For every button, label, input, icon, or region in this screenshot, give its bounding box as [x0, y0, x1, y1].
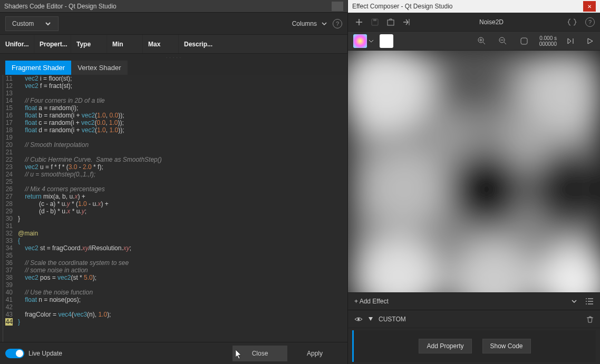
list-icon[interactable]: [585, 297, 594, 306]
tab-fragment-shader[interactable]: Fragment Shader: [5, 61, 71, 75]
preset-thumbnail-icon: [353, 34, 367, 48]
preview-viewport[interactable]: [348, 51, 600, 292]
property-headers: Unifor... Propert... Type Min Max Descri…: [0, 35, 347, 54]
svg-point-18: [357, 318, 360, 320]
expand-icon[interactable]: [368, 317, 373, 322]
show-code-button[interactable]: Show Code: [482, 339, 531, 353]
add-effect-row[interactable]: + Add Effect: [348, 292, 600, 310]
live-update-toggle[interactable]: [5, 349, 24, 358]
header-description[interactable]: Descrip...: [179, 35, 347, 53]
columns-label: Columns: [292, 20, 317, 27]
restart-icon[interactable]: [566, 36, 576, 46]
help-icon[interactable]: ?: [585, 17, 595, 27]
custom-dropdown[interactable]: Custom: [5, 16, 59, 31]
timer-seconds: 0.000 s: [539, 35, 557, 41]
add-icon[interactable]: [353, 16, 365, 28]
timer-display: 0.000 s 000000: [539, 35, 557, 47]
effect-name: CUSTOM: [379, 316, 406, 323]
apply-button-label: Apply: [307, 350, 323, 357]
timer-frames: 000000: [539, 41, 557, 47]
svg-rect-1: [373, 19, 376, 21]
svg-point-10: [363, 149, 444, 229]
live-update-label: Live Update: [28, 350, 62, 357]
visibility-icon[interactable]: [354, 316, 363, 322]
library-icon[interactable]: [385, 16, 396, 28]
svg-point-16: [504, 114, 555, 164]
code-braces-icon[interactable]: [566, 16, 578, 28]
apply-button[interactable]: Apply: [287, 346, 342, 361]
zoom-in-icon[interactable]: [476, 35, 488, 47]
shader-tabs: Fragment Shader Vertex Shader: [0, 59, 347, 75]
help-icon[interactable]: ?: [333, 19, 342, 28]
columns-dropdown[interactable]: Columns: [292, 20, 327, 27]
header-min[interactable]: Min: [107, 35, 143, 53]
fit-icon[interactable]: [518, 35, 530, 47]
effect-item-custom[interactable]: CUSTOM: [348, 310, 600, 328]
add-effect-label: + Add Effect: [354, 298, 389, 305]
zoom-out-icon[interactable]: [497, 35, 509, 47]
document-title: Noise2D: [417, 18, 566, 26]
noise-preview-image: [348, 51, 600, 292]
preview-toolbar: 0.000 s 000000: [348, 32, 600, 51]
effects-panel: + Add Effect CUSTOM Add Property Show Co…: [348, 292, 600, 364]
cursor-icon: [236, 350, 243, 359]
chevron-down-icon: [368, 38, 374, 44]
right-title-bar: Effect Composer - Qt Design Studio ✕: [348, 0, 600, 13]
minimize-button[interactable]: [332, 2, 343, 11]
shader-toolbar: Custom Columns ?: [0, 13, 347, 35]
shader-editor-panel: Shaders Code Editor - Qt Design Studio C…: [0, 0, 348, 364]
play-icon[interactable]: [585, 36, 595, 46]
svg-point-17: [419, 114, 469, 164]
left-title: Shaders Code Editor - Qt Design Studio: [4, 3, 117, 10]
header-uniform[interactable]: Unifor...: [0, 35, 34, 53]
header-property[interactable]: Propert...: [34, 35, 71, 53]
export-icon[interactable]: [401, 16, 412, 28]
preview-preset-dropdown[interactable]: [353, 34, 374, 48]
code-content[interactable]: vec2 i = floor(st); vec2 f = fract(st); …: [15, 75, 347, 342]
window-close-button[interactable]: ✕: [583, 1, 596, 12]
left-title-bar: Shaders Code Editor - Qt Design Studio: [0, 0, 347, 13]
close-button[interactable]: Close: [233, 346, 287, 361]
background-color-chip[interactable]: [380, 34, 393, 48]
delete-icon[interactable]: [586, 316, 594, 323]
svg-point-11: [451, 154, 522, 224]
close-button-label: Close: [252, 350, 268, 357]
tab-vertex-shader[interactable]: Vertex Shader: [71, 61, 127, 75]
editor-footer: Live Update Close Apply: [0, 342, 347, 364]
header-type[interactable]: Type: [71, 35, 107, 53]
custom-dropdown-label: Custom: [12, 20, 34, 27]
svg-rect-2: [388, 20, 394, 25]
header-max[interactable]: Max: [143, 35, 179, 53]
chevron-down-icon: [570, 298, 578, 305]
composer-toolbar: Noise2D ?: [348, 13, 600, 32]
code-editor[interactable]: 1112131415161718192021222324252627282930…: [0, 75, 347, 342]
chevron-down-icon: [321, 21, 327, 27]
effect-composer-panel: Effect Composer - Qt Design Studio ✕ Noi…: [348, 0, 600, 364]
line-number-gutter: 1112131415161718192021222324252627282930…: [3, 75, 15, 342]
add-property-button[interactable]: Add Property: [419, 339, 471, 353]
effect-body: Add Property Show Code: [352, 330, 596, 362]
svg-rect-5: [521, 38, 527, 44]
splitter-handle[interactable]: . . . . .: [0, 54, 347, 59]
chevron-down-icon: [44, 20, 52, 27]
right-title: Effect Composer - Qt Design Studio: [352, 3, 453, 10]
save-icon[interactable]: [369, 16, 381, 28]
